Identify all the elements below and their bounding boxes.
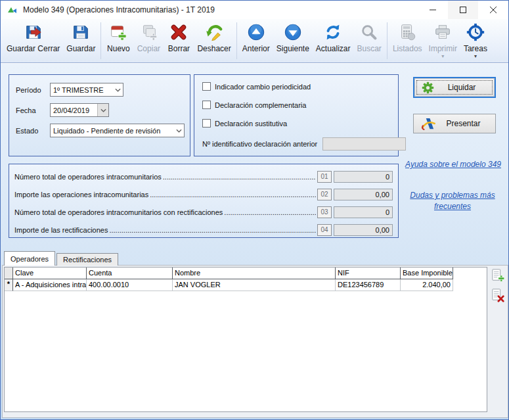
field-code-box: 01	[317, 171, 332, 183]
prev-declaration-label: Nº identificativo declaración anterior	[202, 140, 317, 148]
prev-declaration-input[interactable]	[322, 137, 406, 151]
toolbar-previous-button[interactable]: Anterior	[239, 21, 273, 59]
totals-row: Número total de operadores intracomunita…	[14, 170, 393, 183]
presentar-button[interactable]: Presentar	[413, 114, 496, 133]
toolbar-new-button[interactable]: Nuevo	[103, 21, 133, 59]
row-selector[interactable]: *	[5, 279, 13, 291]
toolbar-undo-button[interactable]: Deshacer	[194, 21, 234, 59]
field-code-box: 03	[317, 206, 332, 218]
add-row-icon	[491, 268, 505, 283]
toolbar-reports-button[interactable]: Listados	[389, 21, 426, 59]
totals-row: Importe las operaciones intracomunitaria…	[14, 188, 393, 200]
indicador-cambio-label: Indicador cambio periodicidad	[215, 83, 311, 91]
new-icon	[108, 22, 129, 43]
minimize-icon	[430, 7, 436, 13]
periodo-value: 1º TRIMESTRE	[53, 86, 112, 94]
total-amount-label: Importe las operaciones intracomunitaria…	[14, 191, 148, 198]
gear-icon	[421, 81, 435, 95]
app-icon	[7, 5, 18, 15]
liquidar-label: Liquidar	[435, 83, 494, 92]
column-header-clave[interactable]: Clave	[13, 268, 87, 279]
delete-icon	[168, 22, 189, 43]
window-title: Modelo 349 (Operaciones Intracomunitaria…	[23, 5, 418, 14]
next-icon	[282, 22, 303, 43]
liquidar-button[interactable]: Liquidar	[413, 77, 496, 98]
chevron-down-icon	[173, 129, 184, 133]
close-icon	[490, 7, 497, 13]
toolbar-label: Guardar Cerrar	[7, 44, 60, 53]
declaracion-sustitutiva-checkbox[interactable]	[202, 119, 211, 128]
grid-selector-header	[5, 268, 13, 279]
faq-link[interactable]: Dudas y problemas más frecuentes	[407, 190, 498, 212]
copy-icon	[138, 22, 159, 43]
total-amount-value[interactable]	[334, 189, 393, 200]
column-header-base-imponible[interactable]: Base Imponible	[401, 268, 453, 279]
toolbar-save-button[interactable]: Guardar	[63, 21, 99, 59]
close-button[interactable]	[478, 1, 508, 19]
table-row[interactable]: * A - Adquisiciones intrac 400.00.0010 J…	[5, 279, 487, 291]
maximize-button[interactable]	[448, 1, 478, 19]
estado-value: Liquidado - Pendiente de revisión	[53, 127, 173, 135]
indicador-cambio-checkbox[interactable]	[202, 82, 211, 91]
save-icon	[70, 22, 91, 43]
total-rectifications-amount-value[interactable]	[334, 224, 393, 236]
period-panel: Período 1º TRIMESTRE Fecha 20/04/2019 Es…	[9, 74, 190, 156]
dropdown-arrow-icon: ▾	[474, 53, 477, 59]
total-operators-label: Número total de operadores intracomunita…	[14, 173, 162, 181]
estado-label: Estado	[16, 127, 50, 135]
dotted-leader	[224, 208, 316, 216]
total-rectified-operators-label: Número total de operadores intracomunita…	[14, 208, 223, 216]
tab-strip: Operadores Rectificaciones	[4, 251, 118, 266]
help-model-link[interactable]: Ayuda sobre el modelo 349	[400, 160, 506, 169]
cell-cuenta[interactable]: 400.00.0010	[87, 279, 173, 291]
periodo-select[interactable]: 1º TRIMESTRE	[50, 83, 123, 97]
chevron-down-icon[interactable]	[97, 104, 108, 116]
total-rectified-operators-value[interactable]	[334, 206, 393, 218]
aeat-logo-icon	[420, 115, 437, 132]
cell-clave[interactable]: A - Adquisiciones intrac	[13, 279, 87, 291]
toolbar-tasks-button[interactable]: Tareas ▾	[460, 21, 491, 59]
toolbar-search-button[interactable]: Buscar	[354, 21, 385, 59]
totals-panel: Número total de operadores intracomunita…	[9, 164, 399, 238]
toolbar-copy-button[interactable]: Copiar	[133, 21, 164, 59]
toolbar-separator	[236, 22, 237, 59]
add-row-button[interactable]	[490, 268, 506, 283]
toolbar-label: Anterior	[242, 44, 270, 53]
toolbar-delete-button[interactable]: Borrar	[164, 21, 194, 59]
toolbar-separator	[387, 22, 387, 59]
tab-operadores[interactable]: Operadores	[4, 251, 55, 266]
total-operators-value[interactable]	[334, 171, 393, 183]
column-header-cuenta[interactable]: Cuenta	[87, 268, 173, 279]
tab-rectificaciones[interactable]: Rectificaciones	[56, 253, 118, 266]
presentar-label: Presentar	[437, 119, 495, 128]
dotted-leader	[150, 191, 316, 198]
totals-row: Importe de las rectificaciones 04	[14, 223, 393, 236]
cell-nombre[interactable]: JAN VOGLER	[173, 279, 336, 291]
refresh-icon	[322, 22, 343, 43]
app-window: Modelo 349 (Operaciones Intracomunitaria…	[0, 0, 509, 420]
totals-row: Número total de operadores intracomunita…	[14, 206, 393, 218]
fecha-datepicker[interactable]: 20/04/2019	[50, 103, 109, 117]
toolbar-next-button[interactable]: Siguiente	[273, 21, 313, 59]
toolbar-label: Borrar	[168, 44, 190, 53]
cell-base-imponible[interactable]: 2.040,00	[401, 279, 453, 291]
toolbar-label: Siguiente	[277, 44, 309, 53]
toolbar-label: Listados	[393, 44, 422, 53]
cell-nif[interactable]: DE123456789	[336, 279, 401, 291]
toolbar-print-button[interactable]: Imprimir ▾	[426, 21, 460, 59]
toolbar-save-close-button[interactable]: Guardar Cerrar	[3, 21, 63, 59]
dotted-leader	[109, 226, 316, 234]
toolbar-label: Actualizar	[316, 44, 351, 53]
delete-row-button[interactable]	[490, 287, 506, 303]
toolbar-label: Imprimir	[429, 44, 457, 53]
minimize-button[interactable]	[418, 1, 448, 19]
toolbar: Guardar Cerrar Guardar Nuevo Copiar	[1, 19, 508, 63]
toolbar-refresh-button[interactable]: Actualizar	[313, 21, 354, 59]
dropdown-arrow-icon: ▾	[441, 53, 444, 59]
field-code-box: 02	[317, 189, 332, 200]
column-header-nombre[interactable]: Nombre	[173, 268, 336, 279]
fecha-value: 20/04/2019	[53, 106, 97, 114]
column-header-nif[interactable]: NIF	[336, 268, 401, 279]
estado-select[interactable]: Liquidado - Pendiente de revisión	[50, 124, 185, 137]
declaracion-complementaria-checkbox[interactable]	[202, 101, 211, 109]
